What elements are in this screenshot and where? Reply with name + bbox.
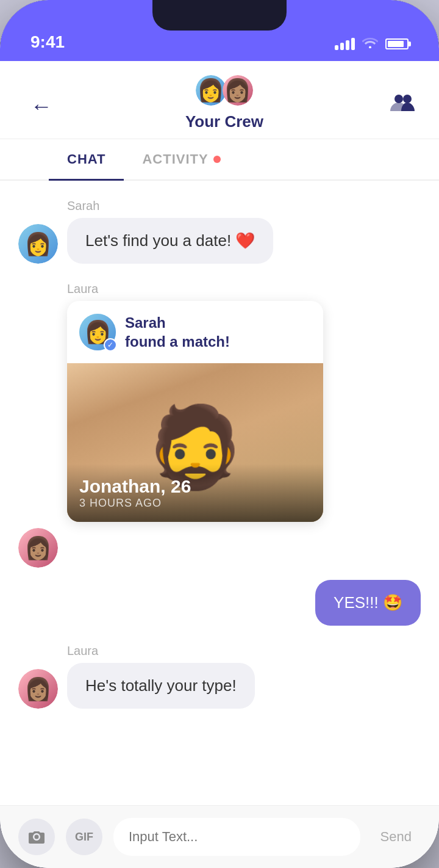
wifi-icon: [362, 36, 378, 52]
laura-avatar-match: [18, 528, 58, 568]
laura-avatar-2: [18, 669, 58, 709]
svg-point-1: [403, 95, 412, 103]
laura-avatar-row: [18, 528, 421, 568]
send-button[interactable]: Send: [371, 823, 421, 851]
message-row-4: He's totally your type!: [18, 663, 421, 709]
back-button[interactable]: ←: [24, 87, 59, 125]
tabs: CHAT ACTIVITY: [0, 139, 439, 181]
match-person-name: Jonathan, 26: [79, 476, 311, 497]
message-row-1: Let's find you a date! ❤️: [18, 218, 421, 264]
message-group-4: Laura He's totally your type!: [18, 644, 421, 709]
tab-chat[interactable]: CHAT: [49, 139, 124, 179]
group-avatars: [194, 73, 255, 107]
message-bubble-1: Let's find you a date! ❤️: [67, 218, 273, 264]
battery-icon: [385, 38, 409, 49]
match-verified-badge: ✓: [104, 338, 117, 352]
match-time-ago: 3 HOURS AGO: [79, 497, 311, 510]
activity-badge: [213, 156, 221, 163]
sender-laura-1: Laura: [67, 282, 421, 296]
message-row-sent: YES!!! 🤩: [18, 580, 421, 626]
match-avatar-wrap: ✓: [79, 314, 116, 350]
message-group-1: Sarah Let's find you a date! ❤️: [18, 199, 421, 264]
tab-activity[interactable]: ACTIVITY: [124, 139, 238, 179]
status-icons: [335, 36, 409, 52]
match-overlay: Jonathan, 26 3 HOURS AGO: [67, 464, 323, 522]
sender-sarah: Sarah: [67, 199, 421, 213]
header-title: Your Crew: [185, 112, 263, 131]
phone-screen: 9:41: [0, 0, 439, 868]
message-bubble-sent: YES!!! 🤩: [315, 580, 421, 626]
header: ← Your Crew: [0, 61, 439, 139]
chat-area[interactable]: Sarah Let's find you a date! ❤️ Laura: [0, 181, 439, 805]
avatar-2: [221, 73, 255, 107]
signal-icon: [335, 38, 355, 50]
members-button[interactable]: [390, 93, 415, 120]
match-photo: Jonathan, 26 3 HOURS AGO: [67, 363, 323, 522]
message-bubble-4: He's totally your type!: [67, 663, 255, 709]
header-center: Your Crew: [185, 73, 263, 139]
match-card-title: Sarahfound a match!: [125, 313, 230, 351]
app-content: ← Your Crew: [0, 61, 439, 868]
match-card-header: ✓ Sarahfound a match!: [67, 301, 323, 363]
message-input[interactable]: [113, 818, 360, 856]
message-group-3: YES!!! 🤩: [18, 580, 421, 626]
match-card: ✓ Sarahfound a match! Jonathan, 26 3 HOU…: [67, 301, 323, 522]
sender-laura-2: Laura: [67, 644, 421, 658]
camera-button[interactable]: [18, 819, 55, 855]
sarah-avatar: [18, 224, 58, 264]
notch: [152, 0, 287, 31]
phone-frame: 9:41: [0, 0, 439, 868]
gif-button[interactable]: GIF: [66, 819, 102, 855]
svg-point-2: [35, 835, 39, 839]
svg-point-0: [394, 95, 403, 103]
message-group-2: Laura ✓ Sarahfound a match!: [18, 282, 421, 522]
input-bar: GIF Send: [0, 805, 439, 868]
status-time: 9:41: [30, 32, 65, 52]
